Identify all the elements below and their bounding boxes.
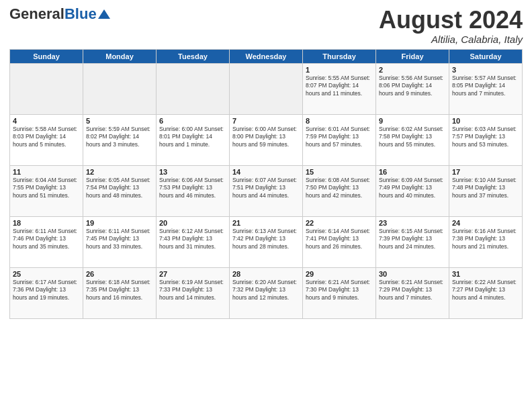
day-detail: Sunrise: 6:16 AM Sunset: 7:38 PM Dayligh… — [452, 228, 519, 250]
day-number: 25 — [13, 270, 80, 278]
calendar-week-row: 1Sunrise: 5:55 AM Sunset: 8:07 PM Daylig… — [10, 63, 523, 114]
logo-blue: Blue — [64, 5, 97, 22]
calendar-week-row: 11Sunrise: 6:04 AM Sunset: 7:55 PM Dayli… — [10, 165, 523, 216]
calendar-page: GeneralBlue August 2024 Altilia, Calabri… — [0, 0, 532, 411]
month-title: August 2024 — [379, 7, 523, 34]
calendar-cell: 5Sunrise: 5:59 AM Sunset: 8:02 PM Daylig… — [83, 114, 157, 165]
calendar-cell: 31Sunrise: 6:22 AM Sunset: 7:27 PM Dayli… — [449, 267, 523, 318]
calendar-cell: 12Sunrise: 6:05 AM Sunset: 7:54 PM Dayli… — [83, 165, 157, 216]
svg-marker-0 — [98, 9, 110, 19]
day-number: 1 — [306, 66, 373, 74]
day-detail: Sunrise: 6:11 AM Sunset: 7:45 PM Dayligh… — [86, 228, 153, 250]
calendar-week-row: 4Sunrise: 5:58 AM Sunset: 8:03 PM Daylig… — [10, 114, 523, 165]
day-number: 21 — [232, 219, 300, 227]
day-number: 22 — [306, 219, 373, 227]
calendar-cell: 6Sunrise: 6:00 AM Sunset: 8:01 PM Daylig… — [157, 114, 230, 165]
calendar-cell: 28Sunrise: 6:20 AM Sunset: 7:32 PM Dayli… — [230, 267, 303, 318]
calendar-cell — [230, 63, 303, 114]
calendar-cell: 20Sunrise: 6:12 AM Sunset: 7:43 PM Dayli… — [157, 216, 230, 267]
day-detail: Sunrise: 6:19 AM Sunset: 7:33 PM Dayligh… — [159, 279, 226, 302]
day-number: 19 — [86, 219, 153, 227]
calendar-cell: 2Sunrise: 5:56 AM Sunset: 8:06 PM Daylig… — [376, 63, 449, 114]
calendar-cell: 23Sunrise: 6:15 AM Sunset: 7:39 PM Dayli… — [376, 216, 449, 267]
day-detail: Sunrise: 5:57 AM Sunset: 8:05 PM Dayligh… — [452, 75, 519, 97]
day-number: 29 — [306, 270, 373, 278]
day-detail: Sunrise: 6:13 AM Sunset: 7:42 PM Dayligh… — [232, 228, 300, 250]
calendar-cell: 14Sunrise: 6:07 AM Sunset: 7:51 PM Dayli… — [230, 165, 303, 216]
day-number: 26 — [86, 270, 153, 278]
header: GeneralBlue August 2024 Altilia, Calabri… — [9, 7, 523, 45]
logo: GeneralBlue — [9, 7, 110, 21]
day-detail: Sunrise: 6:22 AM Sunset: 7:27 PM Dayligh… — [452, 279, 519, 302]
calendar-cell: 8Sunrise: 6:01 AM Sunset: 7:59 PM Daylig… — [303, 114, 376, 165]
day-detail: Sunrise: 6:12 AM Sunset: 7:43 PM Dayligh… — [159, 228, 226, 250]
calendar-cell: 22Sunrise: 6:14 AM Sunset: 7:41 PM Dayli… — [303, 216, 376, 267]
logo-general: General — [9, 5, 64, 22]
calendar-cell: 11Sunrise: 6:04 AM Sunset: 7:55 PM Dayli… — [10, 165, 83, 216]
title-block: August 2024 Altilia, Calabria, Italy — [379, 7, 523, 45]
day-detail: Sunrise: 6:08 AM Sunset: 7:50 PM Dayligh… — [306, 177, 373, 199]
calendar-cell: 30Sunrise: 6:21 AM Sunset: 7:29 PM Dayli… — [376, 267, 449, 318]
day-number: 30 — [379, 270, 446, 278]
calendar-cell: 15Sunrise: 6:08 AM Sunset: 7:50 PM Dayli… — [303, 165, 376, 216]
day-detail: Sunrise: 6:07 AM Sunset: 7:51 PM Dayligh… — [232, 177, 300, 199]
day-detail: Sunrise: 5:59 AM Sunset: 8:02 PM Dayligh… — [86, 126, 153, 148]
day-number: 3 — [452, 66, 519, 74]
day-detail: Sunrise: 5:55 AM Sunset: 8:07 PM Dayligh… — [306, 75, 373, 97]
day-number: 10 — [452, 117, 519, 125]
day-detail: Sunrise: 6:09 AM Sunset: 7:49 PM Dayligh… — [379, 177, 446, 199]
day-detail: Sunrise: 6:21 AM Sunset: 7:29 PM Dayligh… — [379, 279, 446, 302]
day-number: 7 — [232, 117, 300, 125]
calendar-cell — [10, 63, 83, 114]
calendar-cell: 3Sunrise: 5:57 AM Sunset: 8:05 PM Daylig… — [449, 63, 523, 114]
day-number: 12 — [86, 168, 153, 176]
day-number: 15 — [306, 168, 373, 176]
calendar-header-row: SundayMondayTuesdayWednesdayThursdayFrid… — [10, 49, 523, 63]
day-detail: Sunrise: 6:01 AM Sunset: 7:59 PM Dayligh… — [306, 126, 373, 148]
day-detail: Sunrise: 6:10 AM Sunset: 7:48 PM Dayligh… — [452, 177, 519, 199]
calendar-cell: 24Sunrise: 6:16 AM Sunset: 7:38 PM Dayli… — [449, 216, 523, 267]
logo-icon — [98, 9, 110, 19]
calendar-cell — [157, 63, 230, 114]
day-number: 16 — [379, 168, 446, 176]
day-number: 8 — [306, 117, 373, 125]
day-number: 23 — [379, 219, 446, 227]
day-number: 20 — [159, 219, 226, 227]
calendar-cell: 19Sunrise: 6:11 AM Sunset: 7:45 PM Dayli… — [83, 216, 157, 267]
calendar-cell: 27Sunrise: 6:19 AM Sunset: 7:33 PM Dayli… — [157, 267, 230, 318]
day-number: 24 — [452, 219, 519, 227]
day-detail: Sunrise: 6:20 AM Sunset: 7:32 PM Dayligh… — [232, 279, 300, 302]
calendar-cell: 4Sunrise: 5:58 AM Sunset: 8:03 PM Daylig… — [10, 114, 83, 165]
day-number: 14 — [232, 168, 300, 176]
calendar-cell: 16Sunrise: 6:09 AM Sunset: 7:49 PM Dayli… — [376, 165, 449, 216]
calendar-cell: 18Sunrise: 6:11 AM Sunset: 7:46 PM Dayli… — [10, 216, 83, 267]
day-detail: Sunrise: 5:58 AM Sunset: 8:03 PM Dayligh… — [13, 126, 80, 148]
day-header-tuesday: Tuesday — [157, 49, 230, 63]
day-number: 11 — [13, 168, 80, 176]
calendar-cell: 10Sunrise: 6:03 AM Sunset: 7:57 PM Dayli… — [449, 114, 523, 165]
day-detail: Sunrise: 6:18 AM Sunset: 7:35 PM Dayligh… — [86, 279, 153, 302]
calendar-cell: 7Sunrise: 6:00 AM Sunset: 8:00 PM Daylig… — [230, 114, 303, 165]
day-number: 31 — [452, 270, 519, 278]
day-number: 27 — [159, 270, 226, 278]
calendar-cell: 29Sunrise: 6:21 AM Sunset: 7:30 PM Dayli… — [303, 267, 376, 318]
day-detail: Sunrise: 6:05 AM Sunset: 7:54 PM Dayligh… — [86, 177, 153, 199]
day-detail: Sunrise: 6:14 AM Sunset: 7:41 PM Dayligh… — [306, 228, 373, 250]
day-number: 6 — [159, 117, 226, 125]
day-header-wednesday: Wednesday — [230, 49, 303, 63]
day-detail: Sunrise: 6:06 AM Sunset: 7:53 PM Dayligh… — [159, 177, 226, 199]
day-number: 5 — [86, 117, 153, 125]
calendar-cell: 21Sunrise: 6:13 AM Sunset: 7:42 PM Dayli… — [230, 216, 303, 267]
day-detail: Sunrise: 6:11 AM Sunset: 7:46 PM Dayligh… — [13, 228, 80, 250]
calendar-cell: 1Sunrise: 5:55 AM Sunset: 8:07 PM Daylig… — [303, 63, 376, 114]
day-number: 28 — [232, 270, 300, 278]
day-number: 9 — [379, 117, 446, 125]
calendar-cell: 13Sunrise: 6:06 AM Sunset: 7:53 PM Dayli… — [157, 165, 230, 216]
day-header-thursday: Thursday — [303, 49, 376, 63]
day-number: 18 — [13, 219, 80, 227]
day-detail: Sunrise: 6:15 AM Sunset: 7:39 PM Dayligh… — [379, 228, 446, 250]
calendar-cell — [83, 63, 157, 114]
calendar-cell: 9Sunrise: 6:02 AM Sunset: 7:58 PM Daylig… — [376, 114, 449, 165]
day-number: 13 — [159, 168, 226, 176]
calendar-table: SundayMondayTuesdayWednesdayThursdayFrid… — [9, 49, 523, 319]
